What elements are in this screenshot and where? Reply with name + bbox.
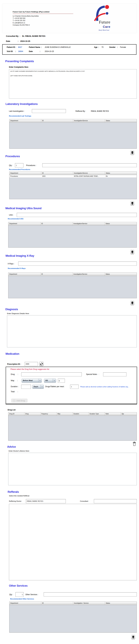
column-header: ID (40, 273, 73, 276)
add-drug-button[interactable]: + Add Drug (11, 399, 28, 403)
lab-delete-button[interactable] (130, 150, 134, 155)
diagnosis-label: Enter Diagnosis Details Here (7, 312, 29, 314)
duration-label: Duration : (11, 386, 18, 388)
uss-input[interactable] (17, 213, 137, 217)
company-phone1: T: +24 82 593 593 (13, 17, 25, 19)
table-cell: Procedures (10, 175, 41, 178)
column-header: Investigation/Service (73, 222, 105, 225)
recommended-procedures-link[interactable]: Recommended Procedures (9, 168, 30, 170)
column-header: Duration (73, 412, 89, 416)
lab-table-header: DepartmentIDInvestigation/ServiceStatus (10, 119, 136, 122)
reffering-doctor-label: Reffering Doctor (9, 500, 22, 502)
logo-tagline: Body Mind Soul (99, 29, 109, 31)
lab-investigation-label: Lab Investingation : (9, 110, 24, 112)
column-header: Way (56, 412, 72, 416)
column-header: Status (104, 222, 136, 225)
special-notes-label: Special Notes : (86, 373, 99, 375)
gender-value: Female (120, 46, 126, 48)
column-header: ID (41, 602, 73, 605)
column-header: Qty (121, 412, 136, 416)
duration-unit-value: Day/s (32, 385, 40, 388)
procedures-qty-input[interactable] (15, 163, 24, 168)
age-value: 70 (102, 46, 104, 48)
column-header: ID (41, 119, 73, 122)
procedures-delete-button[interactable] (130, 201, 134, 206)
visit-id-label: Visit ID : (7, 50, 16, 52)
drug-list-table-header: Drug IDDrugFequencyWayDurationDuration T… (8, 412, 136, 416)
duration-input[interactable] (21, 384, 31, 389)
frequency-select-value: OD (44, 379, 52, 382)
trash-icon (131, 202, 134, 205)
column-header: Department (8, 222, 40, 225)
table-row[interactable]: Procedures1003INTRA-JOINT BURSAS AND TEN… (10, 175, 136, 178)
uss-label: USS : (9, 214, 14, 216)
prescription-id-input[interactable] (25, 362, 38, 366)
special-notes-input[interactable] (103, 372, 126, 376)
age-label: Age : (94, 46, 99, 48)
uss-table-header: DepartmentIDInvestigation/ServiceStatus (8, 222, 136, 226)
frequency-select[interactable]: OD ▼ (44, 379, 56, 382)
column-header: Status (105, 172, 136, 175)
patient-info-box: Patient ID : 8417 Patient Name : JUNE EU… (2, 44, 136, 55)
recommended-uss-link[interactable]: Recommended USS (8, 218, 24, 220)
table-cell: INTRA-JOINT BURSAS AND TEND... (73, 175, 105, 178)
column-header: ID (40, 222, 73, 225)
prescription-id-label: Prescription ID : (7, 363, 21, 365)
uss-delete-button[interactable] (130, 250, 134, 254)
complaints-textarea[interactable]: US RT KNEE SHOWED DEGENERATIVE CHANGES W… (9, 69, 137, 98)
column-header: Department (8, 273, 40, 276)
company-address: Le Chainter,Victoria,Mahe,Seychelles (13, 15, 39, 17)
other-qty-input[interactable] (16, 592, 24, 597)
other-services-delete-button[interactable] (131, 635, 135, 639)
procedures-label: Procedures : (26, 164, 36, 166)
recommended-lab-testings-link[interactable]: Recommended Lab Testings (9, 115, 31, 117)
drug-list-delete-button[interactable] (132, 441, 136, 446)
chevron-down-icon: ▼ (52, 379, 56, 382)
consultant-label: Consultant (80, 500, 88, 502)
column-header: Investigation/Service (73, 119, 105, 122)
diagnosis-textarea[interactable] (7, 315, 137, 348)
trash-icon (131, 302, 134, 304)
drug-warning-text: Please select the Drug from Drug suggess… (10, 368, 49, 370)
other-services-input[interactable] (44, 592, 137, 596)
procedures-input[interactable] (42, 163, 137, 167)
reffered-by-label: Reffered By : (76, 110, 86, 112)
table-cell: 1003 (41, 175, 73, 178)
column-header: Investigation/Service (73, 172, 105, 175)
company-phone2: T: +24 84 225 252 (13, 20, 25, 21)
date-value: 2024-10-25 (19, 40, 30, 42)
frequency-qty-input[interactable] (58, 379, 65, 383)
meal-select-value: Before Meal (22, 379, 38, 382)
refresh-prescription-button[interactable] (39, 362, 44, 366)
section-title-diagnosis: Diagnosis (6, 308, 18, 311)
drug-label: Drug : (11, 373, 18, 375)
decimal-hint-text: Please add as decimal numbers when addin… (80, 386, 129, 388)
column-header: Status (104, 273, 136, 276)
chevron-down-icon: ▼ (40, 385, 44, 388)
xrays-input[interactable] (18, 262, 137, 266)
refferal-select-label: Select the needed Refferal (9, 495, 29, 497)
advice-textarea[interactable] (8, 453, 137, 485)
recommended-xrays-link[interactable]: Recommended X-Rays (8, 268, 26, 269)
column-header: Investigation / Service (73, 602, 105, 605)
section-title-presenting-complaints: Presenting Complaints (5, 60, 34, 63)
per-meal-input[interactable] (70, 384, 78, 389)
lab-investigation-input[interactable] (32, 109, 66, 113)
reffering-doctor-input[interactable] (26, 499, 66, 503)
patient-name-label: Patient Name : (29, 46, 42, 48)
column-header: Investigation/Service (73, 273, 105, 276)
drug-input[interactable] (21, 372, 82, 376)
recommended-other-services-link[interactable]: Recommended Other Services (10, 598, 34, 600)
refferal-list-box[interactable] (9, 504, 137, 580)
column-header: Department (10, 119, 41, 122)
procedures-table-body: Procedures1003INTRA-JOINT BURSAS AND TEN… (10, 175, 136, 178)
section-title-laboratory: Laboratory Investigations (6, 102, 38, 106)
duration-unit-select[interactable]: Day/s ▼ (32, 385, 44, 389)
meal-select[interactable]: Before Meal ▼ (22, 379, 42, 382)
xray-delete-button[interactable] (130, 301, 134, 305)
add-drug-panel: Please select the Drug from Drug suggess… (6, 367, 137, 404)
consultant-input[interactable] (94, 499, 137, 503)
consulted-by-line: Consulted By : Dr. RIBAIL BABIE REYES (6, 35, 46, 37)
visit-id-value: 16504 (18, 50, 23, 52)
xray-table-header: DepartmentIDInvestigation/ServiceStatus (8, 273, 136, 276)
